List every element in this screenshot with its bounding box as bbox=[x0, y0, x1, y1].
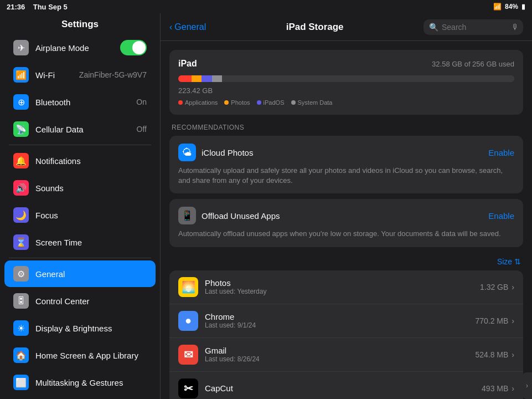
sidebar: Settings ✈Airplane Mode📶Wi-FiZainFiber-5… bbox=[0, 13, 161, 399]
sidebar-item-airplane[interactable]: ✈Airplane Mode bbox=[4, 34, 156, 61]
sidebar-value-cellular: Off bbox=[137, 125, 147, 134]
sidebar-item-bluetooth[interactable]: ⊕BluetoothOn bbox=[4, 89, 156, 115]
legend-dot-photos bbox=[224, 100, 229, 105]
rec-icloud-description: Automatically upload and safely store al… bbox=[178, 166, 514, 186]
rec-offload-description: Automatically offload unused apps when y… bbox=[178, 229, 514, 239]
back-button[interactable]: ‹ General bbox=[169, 22, 206, 32]
sidebar-icon-notifications: 🔔 bbox=[13, 153, 29, 168]
back-label[interactable]: General bbox=[174, 22, 206, 32]
app-size-chrome: 770.2 MB bbox=[475, 316, 508, 325]
sidebar-icon-bluetooth: ⊕ bbox=[13, 94, 29, 110]
search-icon: 🔍 bbox=[429, 23, 438, 32]
rec-icloud-enable-button[interactable]: Enable bbox=[488, 148, 514, 157]
app-icon-photos: 🌅 bbox=[178, 277, 198, 297]
storage-used-text: 32.58 GB of 256 GB used bbox=[432, 60, 514, 68]
app-icon-chrome: ● bbox=[178, 311, 198, 331]
sidebar-icon-sounds: 🔊 bbox=[13, 180, 29, 196]
search-input[interactable] bbox=[442, 23, 508, 32]
app-item-capcut[interactable]: ✂CapCut493 MB› bbox=[169, 372, 523, 399]
search-bar[interactable]: 🔍 🎙 bbox=[423, 19, 523, 35]
app-item-gmail[interactable]: ✉GmailLast used: 8/26/24524.8 MB› bbox=[169, 338, 523, 372]
rec-icloud-title-row: 🌤 iCloud Photos bbox=[178, 144, 253, 161]
sidebar-item-wifi[interactable]: 📶Wi-FiZainFiber-5G-w9V7 bbox=[4, 62, 156, 88]
app-chevron-gmail: › bbox=[512, 350, 514, 359]
sidebar-item-display[interactable]: ☀Display & Brightness bbox=[4, 315, 156, 341]
status-bar: 21:36 Thu Sep 5 📶 84% ▮ bbox=[0, 0, 532, 13]
storage-card: iPad 32.58 GB of 256 GB used 223.42 GB A… bbox=[169, 50, 523, 115]
sidebar-icon-multitasking: ⬜ bbox=[13, 375, 29, 390]
app-name-chrome: Chrome bbox=[205, 312, 475, 321]
app-info-photos: PhotosLast used: Yesterday bbox=[205, 278, 480, 295]
sidebar-item-multitasking[interactable]: ⬜Multitasking & Gestures bbox=[4, 369, 156, 396]
app-info-capcut: CapCut bbox=[205, 383, 482, 393]
recommendation-icloud: 🌤 iCloud Photos Enable Automatically upl… bbox=[169, 136, 523, 193]
battery-icon: ▮ bbox=[521, 3, 525, 11]
app-chevron-chrome: › bbox=[512, 316, 514, 325]
expand-tab[interactable]: › bbox=[522, 372, 532, 399]
rec-icloud-icon: 🌤 bbox=[178, 144, 196, 161]
content-scroll[interactable]: iPad 32.58 GB of 256 GB used 223.42 GB A… bbox=[161, 41, 532, 399]
sidebar-icon-cellular: 📡 bbox=[13, 121, 29, 137]
sidebar-item-screentime[interactable]: ⌛Screen Time bbox=[4, 229, 156, 255]
sidebar-icon-airplane: ✈ bbox=[13, 40, 29, 55]
status-right: 📶 84% ▮ bbox=[493, 3, 525, 11]
storage-bar-free bbox=[222, 75, 514, 82]
app-info-gmail: GmailLast used: 8/26/24 bbox=[205, 346, 475, 363]
sidebar-label-airplane: Airplane Mode bbox=[35, 43, 120, 53]
sidebar-item-sounds[interactable]: 🔊Sounds bbox=[4, 175, 156, 201]
app-name-gmail: Gmail bbox=[205, 346, 475, 355]
recommendations-title: RECOMMENDATIONS bbox=[169, 124, 523, 131]
legend-ipados: iPadOS bbox=[257, 99, 285, 106]
app-size-photos: 1.32 GB bbox=[480, 283, 508, 291]
sidebar-toggle-airplane[interactable] bbox=[120, 40, 147, 55]
sidebar-label-general: General bbox=[35, 269, 147, 279]
sidebar-item-notifications[interactable]: 🔔Notifications bbox=[4, 147, 156, 174]
legend-label-system: System Data bbox=[298, 99, 333, 106]
sidebar-title: Settings bbox=[0, 13, 160, 34]
sidebar-label-sounds: Sounds bbox=[35, 183, 147, 193]
nav-title: iPad Storage bbox=[206, 22, 423, 33]
storage-bar-system bbox=[212, 75, 222, 82]
sidebar-icon-control: 🎛 bbox=[13, 293, 29, 309]
app-last-used-gmail: Last used: 8/26/24 bbox=[205, 355, 475, 363]
storage-bar-ipados bbox=[202, 75, 211, 82]
sort-row[interactable]: Size ⇅ bbox=[169, 253, 523, 270]
sidebar-item-control[interactable]: 🎛Control Center bbox=[4, 288, 156, 314]
legend-label-ipados: iPadOS bbox=[264, 99, 285, 106]
legend-dot-system bbox=[291, 100, 296, 105]
sidebar-item-accessibility[interactable]: ♿Accessibility bbox=[4, 396, 156, 399]
app-chevron-capcut: › bbox=[512, 384, 514, 393]
sidebar-item-general[interactable]: ⚙General bbox=[4, 260, 156, 287]
app-icon-capcut: ✂ bbox=[178, 378, 198, 398]
content-area: ‹ General iPad Storage 🔍 🎙 iPad 32.58 GB… bbox=[161, 13, 532, 399]
storage-total: 223.42 GB bbox=[178, 86, 514, 95]
status-time: 21:36 Thu Sep 5 bbox=[7, 3, 68, 11]
legend-label-apps: Applications bbox=[185, 99, 218, 106]
sidebar-icon-general: ⚙ bbox=[13, 266, 29, 282]
storage-header: iPad 32.58 GB of 256 GB used bbox=[178, 59, 514, 69]
app-item-photos[interactable]: 🌅PhotosLast used: Yesterday1.32 GB› bbox=[169, 270, 523, 304]
sidebar-item-homescreen[interactable]: 🏠Home Screen & App Library bbox=[4, 342, 156, 369]
sidebar-separator bbox=[9, 145, 151, 145]
nav-bar: ‹ General iPad Storage 🔍 🎙 bbox=[161, 13, 532, 41]
rec-offload-enable-button[interactable]: Enable bbox=[488, 211, 514, 221]
sidebar-label-cellular: Cellular Data bbox=[35, 125, 137, 134]
mic-icon[interactable]: 🎙 bbox=[512, 23, 519, 32]
sidebar-items-container: ✈Airplane Mode📶Wi-FiZainFiber-5G-w9V7⊕Bl… bbox=[0, 34, 160, 399]
app-name-photos: Photos bbox=[205, 278, 480, 288]
app-info-chrome: ChromeLast used: 9/1/24 bbox=[205, 312, 475, 329]
app-name-capcut: CapCut bbox=[205, 383, 482, 393]
sidebar-label-screentime: Screen Time bbox=[35, 238, 147, 247]
legend-dot-apps bbox=[178, 100, 183, 105]
sidebar-item-cellular[interactable]: 📡Cellular DataOff bbox=[4, 116, 156, 142]
sidebar-item-focus[interactable]: 🌙Focus bbox=[4, 202, 156, 228]
app-last-used-photos: Last used: Yesterday bbox=[205, 288, 480, 295]
wifi-status-icon: 📶 bbox=[493, 3, 502, 11]
sidebar-icon-focus: 🌙 bbox=[13, 207, 29, 223]
main-layout: Settings ✈Airplane Mode📶Wi-FiZainFiber-5… bbox=[0, 13, 532, 399]
app-last-used-chrome: Last used: 9/1/24 bbox=[205, 321, 475, 329]
legend-dot-ipados bbox=[257, 100, 261, 105]
rec-icloud-title: iCloud Photos bbox=[202, 148, 253, 157]
app-item-chrome[interactable]: ●ChromeLast used: 9/1/24770.2 MB› bbox=[169, 304, 523, 338]
recommendation-offload: 📱 Offload Unused Apps Enable Automatical… bbox=[169, 199, 523, 247]
